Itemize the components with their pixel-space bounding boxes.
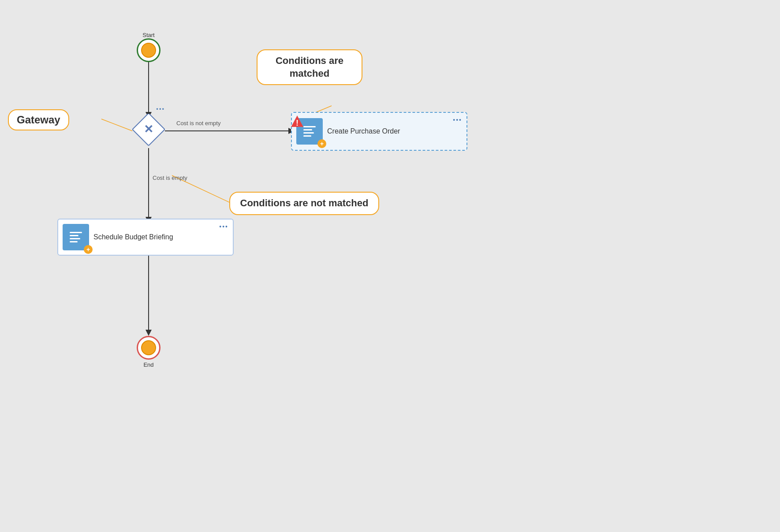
add-button-create-po[interactable]: +	[317, 139, 326, 148]
conditions-not-matched-text: Conditions are not matched	[240, 197, 369, 208]
task-icon-schedule: +	[63, 224, 89, 250]
schedule-label: Schedule Budget Briefing	[93, 233, 228, 241]
conditions-not-matched-bubble: Conditions are not matched	[229, 192, 379, 215]
svg-line-10	[101, 119, 132, 131]
end-circle[interactable]	[137, 336, 160, 360]
schedule-budget-task[interactable]: + Schedule Budget Briefing •••	[57, 219, 234, 256]
create-po-menu[interactable]: •••	[453, 116, 462, 123]
gateway-label-bubble: Gateway	[8, 109, 69, 130]
gateway-diamond-svg: ✕	[132, 114, 165, 146]
connections-layer	[0, 0, 780, 532]
schedule-menu[interactable]: •••	[219, 223, 228, 230]
start-inner-circle	[141, 43, 156, 58]
end-inner-circle	[141, 340, 156, 355]
start-label: Start	[142, 32, 154, 38]
end-label: End	[143, 361, 153, 368]
create-po-label: Create Purchase Order	[327, 127, 462, 135]
gateway-dots: •••	[156, 106, 165, 112]
start-node: Start	[137, 30, 160, 62]
start-circle[interactable]	[137, 38, 160, 62]
cost-not-empty-label: Cost is not empty	[176, 120, 220, 126]
svg-text:✕: ✕	[144, 123, 153, 136]
gateway-label: Gateway	[17, 114, 60, 126]
svg-marker-7	[146, 330, 152, 336]
create-purchase-order-task[interactable]: + Create Purchase Order •••	[291, 112, 467, 151]
conditions-matched-text: Conditions are matched	[276, 55, 343, 79]
diagram-canvas: Start ✕ ••• Gateway !	[0, 0, 780, 532]
warning-icon: !	[290, 115, 304, 132]
svg-text:!: !	[296, 119, 299, 127]
cost-empty-label: Cost is empty	[153, 175, 187, 181]
conditions-matched-bubble: Conditions are matched	[257, 49, 362, 85]
add-button-schedule[interactable]: +	[84, 245, 93, 254]
end-node: End	[137, 336, 160, 368]
gateway-node[interactable]: ✕ •••	[132, 114, 165, 146]
